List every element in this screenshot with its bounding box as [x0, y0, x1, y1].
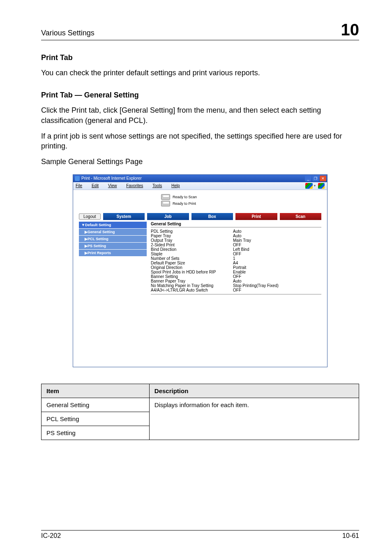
sidebar-default-setting[interactable]: ▼Default Setting: [79, 222, 147, 228]
label-banner: Banner Setting: [151, 274, 233, 279]
label-bind-dir: Bind Direction: [151, 247, 233, 252]
page-header-title: Various Settings: [41, 29, 95, 37]
sidebar-general-setting[interactable]: ▶General Setting: [79, 229, 147, 235]
value-origdir: Portrait: [233, 265, 321, 270]
value-2sided: OFF: [233, 243, 321, 247]
sidebar-ps-setting[interactable]: ▶PS Setting: [79, 243, 147, 249]
sidebar-pcl-setting[interactable]: ▶PCL Setting: [79, 236, 147, 242]
label-defpaper: Default Paper Size: [151, 261, 233, 265]
tab-print[interactable]: Print: [235, 213, 277, 220]
label-origdir: Original Direction: [151, 265, 233, 270]
cell-item-general: General Setting: [42, 398, 150, 412]
window-minimize-button[interactable]: _: [305, 176, 311, 181]
menu-help[interactable]: Help: [171, 183, 184, 188]
scanner-icon: [161, 194, 170, 200]
cell-item-ps: PS Setting: [42, 426, 150, 440]
th-description: Description: [149, 384, 359, 398]
value-numsets: 1: [233, 256, 321, 261]
status-ready-print: Ready to Print: [173, 202, 196, 206]
description-table: Item Description General Setting Display…: [41, 384, 359, 440]
text-general-p1: Click the Print tab, click [General Sett…: [41, 105, 359, 125]
links-dropdown[interactable]: ▾: [305, 183, 316, 189]
tab-system[interactable]: System: [103, 213, 145, 220]
menu-view[interactable]: View: [108, 183, 121, 188]
value-banner: OFF: [233, 274, 321, 279]
menu-edit[interactable]: Edit: [92, 183, 103, 188]
value-defpaper: A4: [233, 261, 321, 265]
window-close-button[interactable]: ✕: [320, 176, 326, 181]
tab-scan[interactable]: Scan: [280, 213, 321, 220]
value-nomatch: Stop Printing(Tray Fixed): [233, 283, 321, 288]
tab-box[interactable]: Box: [191, 213, 233, 220]
text-print-tab-body: You can check the printer default settin…: [41, 68, 359, 78]
value-output-tray: Main Tray: [233, 238, 321, 243]
footer-right: 10-61: [342, 532, 359, 540]
label-numsets: Number of Sets: [151, 256, 233, 261]
label-autoswitch: A4/A3<->LTR/LGR Auto Switch: [151, 288, 233, 292]
label-spool: Spool Print Jobs in HDD before RIP: [151, 270, 233, 274]
label-banner-tray: Banner Paper Tray: [151, 279, 233, 283]
label-staple: Staple: [151, 252, 233, 256]
value-bind-dir: Left Bind: [233, 247, 321, 252]
menubar: File Edit View Favorites Tools Help ▾: [73, 182, 327, 190]
label-2sided: 2-Sided Print: [151, 243, 233, 247]
cell-desc: Displays information for each item.: [149, 398, 359, 440]
windows-flag-icon: [305, 183, 313, 189]
label-pdl: PDL Setting: [151, 229, 233, 234]
label-nomatch: No Matching Paper in Tray Setting: [151, 283, 233, 288]
window-maximize-button[interactable]: ❐: [312, 176, 319, 181]
table-row: General Setting Displays information for…: [42, 398, 359, 412]
chapter-number: 10: [341, 21, 360, 39]
ie-icon: [75, 176, 80, 181]
screenshot-container: Print - Microsoft Internet Explorer _ ❐ …: [73, 174, 327, 367]
content-heading: General Setting: [151, 222, 321, 227]
value-paper-tray: Auto: [233, 234, 321, 238]
th-item: Item: [42, 384, 150, 398]
heading-print-tab-general: Print Tab — General Setting: [41, 91, 359, 100]
value-autoswitch: OFF: [233, 288, 321, 292]
window-titlebar: Print - Microsoft Internet Explorer _ ❐ …: [73, 175, 327, 182]
value-banner-tray: Auto: [233, 279, 321, 283]
footer-left: IC-202: [41, 532, 61, 540]
menu-tools[interactable]: Tools: [152, 183, 166, 188]
label-output-tray: Output Tray: [151, 238, 233, 243]
cell-item-pcl: PCL Setting: [42, 412, 150, 426]
text-general-p2: If a print job is sent whose settings ar…: [41, 131, 359, 151]
sidebar-print-reports[interactable]: ▶Print Reports: [79, 250, 147, 256]
status-ready-scan: Ready to Scan: [173, 195, 197, 199]
label-paper-tray: Paper Tray: [151, 234, 233, 238]
logout-button[interactable]: Logout: [79, 213, 101, 220]
value-staple: OFF: [233, 252, 321, 256]
value-spool: Enable: [233, 270, 321, 274]
heading-print-tab: Print Tab: [41, 53, 359, 62]
menu-favorites[interactable]: Favorites: [126, 183, 147, 188]
text-general-p3: Sample General Settings Page: [41, 157, 359, 167]
printer-icon: [161, 201, 170, 206]
menu-file[interactable]: File: [76, 183, 86, 188]
window-title: Print - Microsoft Internet Explorer: [81, 176, 142, 181]
value-pdl: Auto: [233, 229, 321, 234]
tab-job[interactable]: Job: [147, 213, 189, 220]
links-button[interactable]: [318, 183, 325, 189]
